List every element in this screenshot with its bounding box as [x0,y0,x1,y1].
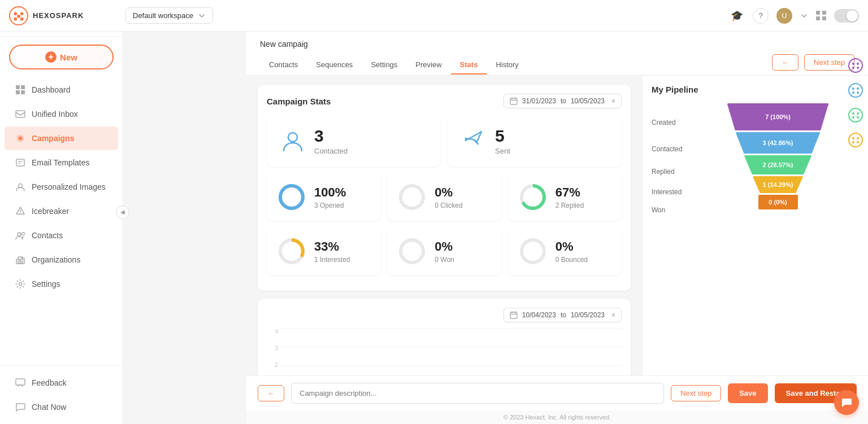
campaign-header: New campaig Contacts Sequences Settings … [246,32,868,76]
bounced-pct: 0% [555,239,588,254]
y-label-4: 4 [275,328,278,335]
contact-icon [280,128,305,155]
sidebar-collapse-button[interactable]: ◀ [116,206,129,219]
svg-point-63 [852,112,854,115]
sidebar-item-unified-inbox-label: Unified Inbox [32,110,78,119]
topbar-logo-text: HEXOSPARK [33,11,84,20]
replied-pct: 67% [555,185,584,200]
side-icon-4[interactable] [847,131,865,149]
workspace-selector[interactable]: Default workspace [125,7,213,24]
side-icon-2[interactable] [847,81,865,99]
svg-point-26 [19,283,22,286]
sidebar-item-email-templates[interactable]: Email Templates [5,151,118,174]
svg-rect-27 [16,379,25,385]
sidebar-nav: Dashboard Unified Inbox Campaigns Email … [0,77,123,365]
chart-date-from: 10/04/2023 [522,311,556,319]
content-area: Campaign Stats 31/01/2023 to 10/05/2023 … [246,76,868,375]
sidebar-item-personalized-images-label: Personalized Images [32,182,106,191]
stats-header: Campaign Stats 31/01/2023 to 10/05/2023 … [267,94,622,108]
svg-rect-10 [16,111,25,117]
chart-date-range-picker[interactable]: 10/04/2023 to 10/05/2023 × [504,308,622,322]
sidebar-item-unified-inbox[interactable]: Unified Inbox [5,102,118,126]
calendar-icon [510,97,518,105]
svg-point-53 [852,63,854,65]
chat-button[interactable] [834,390,859,415]
sidebar-item-feedback[interactable]: Feedback [5,371,118,395]
campaign-stats-section: Campaign Stats 31/01/2023 to 10/05/2023 … [258,85,631,291]
funnel-bar-interested: 1 (14.29%) [753,176,804,193]
sidebar-item-icebreaker[interactable]: Icebreaker [5,199,118,223]
chart-section: 10/04/2023 to 10/05/2023 × 4 3 2 1 [258,299,631,375]
tab-contacts[interactable]: Contacts [260,56,307,75]
side-icon-3[interactable] [847,106,865,124]
tab-preview[interactable]: Preview [406,56,450,75]
campaign-description-input[interactable] [291,383,664,404]
back-button-bottom[interactable]: ← [258,385,284,401]
sidebar-bottom: Feedback Chat Now [0,365,123,424]
svg-point-40 [280,186,303,208]
contacted-info: 3 Contacted [314,128,348,155]
svg-point-71 [857,141,859,143]
new-button[interactable]: + New [9,45,114,69]
bottom-bar: ← Next step Save Save and Restart [246,375,868,410]
svg-point-21 [18,233,21,236]
contacted-card: 3 Contacted [267,116,441,167]
plus-icon: + [45,51,57,63]
tab-sequences[interactable]: Sequences [307,56,362,75]
funnel-label-interested: Interested [652,182,691,202]
svg-rect-8 [16,90,20,94]
y-label-2: 2 [275,361,278,368]
svg-point-38 [288,133,297,142]
won-pct: 0% [435,239,454,254]
date-to: 10/05/2023 [571,97,605,105]
help-icon[interactable]: ? [753,8,769,24]
opened-pct: 100% [314,185,346,200]
right-side-icons [847,56,865,149]
user-avatar[interactable]: U [776,8,792,24]
chart-date-range-clear[interactable]: × [611,311,615,319]
svg-point-68 [852,137,854,139]
svg-point-41 [401,186,423,208]
h-line-4 [280,328,622,329]
svg-point-70 [852,141,854,143]
svg-point-57 [849,84,862,97]
svg-point-69 [857,137,859,139]
won-donut [397,237,427,266]
sidebar-item-chat-now[interactable]: Chat Now [5,395,118,419]
save-button[interactable]: Save [728,383,767,403]
back-button-top[interactable]: ← [772,54,798,71]
sidebar-item-organizations[interactable]: Organizations [5,248,118,272]
sidebar-item-personalized-images[interactable]: Personalized Images [5,175,118,199]
contacts-icon [15,230,26,241]
chevron-down-icon [198,12,206,20]
svg-point-33 [17,15,20,18]
tab-settings[interactable]: Settings [362,56,406,75]
sidebar-item-settings[interactable]: Settings [5,272,118,296]
toggle-switch[interactable] [834,9,859,23]
svg-point-58 [852,88,854,90]
sidebar-item-dashboard[interactable]: Dashboard [5,78,118,102]
tab-history[interactable]: History [487,56,527,75]
sent-card: 5 Sent [448,116,622,167]
personalized-images-icon [15,181,26,193]
topbar: HEXOSPARK Default workspace 🎓 ? U [0,0,868,32]
new-label: New [60,53,77,62]
date-range-clear[interactable]: × [611,97,615,105]
sidebar-item-contacts[interactable]: Contacts [5,224,118,247]
funnel-bar-won: 0 (0%) [758,195,798,209]
chart-date-to-label: to [561,311,566,319]
opened-count: 3 Opened [314,202,346,209]
funnel-label-replied: Replied [652,161,691,182]
date-range-picker[interactable]: 31/01/2023 to 10/05/2023 × [504,94,622,108]
svg-rect-7 [21,85,25,89]
pipeline-panel: My Pipeline Created Contacted Replied In… [642,76,868,375]
funnel-label-created: Created [652,108,691,137]
funnel-label-won: Won [652,202,691,218]
tab-stats[interactable]: Stats [451,56,487,75]
grid-icon[interactable] [816,11,826,20]
graduation-icon[interactable]: 🎓 [729,8,745,24]
user-chevron-icon[interactable] [800,12,808,20]
next-step-button-bottom[interactable]: Next step [671,385,721,401]
sidebar-item-campaigns[interactable]: Campaigns [5,126,118,150]
side-icon-1[interactable] [847,56,865,75]
